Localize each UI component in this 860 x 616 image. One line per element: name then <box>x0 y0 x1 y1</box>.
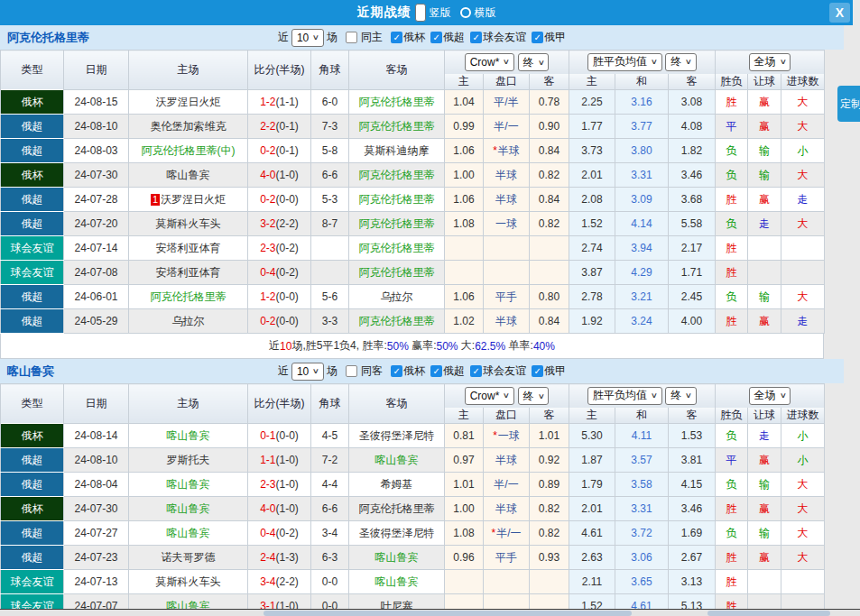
handicap-text: 平手 <box>495 290 517 303</box>
avg-home: 1.77 <box>569 115 615 139</box>
same-venue-checkbox[interactable] <box>346 365 357 377</box>
scrollbar-thumb[interactable] <box>707 611 830 616</box>
radio-label: 竖版 <box>430 5 451 21</box>
corner-score: 4-4 <box>311 473 349 497</box>
league-checkbox[interactable]: ✓ <box>470 365 482 377</box>
col-score: 比分(半场) <box>248 384 311 424</box>
handicap-text: 半/一 <box>494 120 518 133</box>
odds-state-select[interactable]: 终∨ <box>518 387 550 405</box>
layout-radio[interactable]: 横版 <box>460 5 496 21</box>
match-row: 球会友谊24-07-14安塔利亚体育2-3(0-2)阿克伦托格里蒂2.743.9… <box>1 236 825 261</box>
scope-select[interactable]: 全场∨ <box>749 53 791 71</box>
chevron-down-icon: ∨ <box>503 58 510 66</box>
col-result: 胜负 <box>716 408 748 424</box>
league-checkbox[interactable]: ✓ <box>391 32 402 43</box>
odds-away: 0.92 <box>530 448 569 473</box>
result-outcome: 负 <box>716 139 748 163</box>
away-team-name: 圣彼得堡泽尼特 <box>359 527 435 539</box>
home-team-name: 沃罗涅日火炬 <box>161 193 226 206</box>
avg-home: 3.73 <box>569 139 615 163</box>
avg-type-select[interactable]: 胜平负均值∨ <box>587 387 662 405</box>
odds-away <box>530 261 569 285</box>
avg-home: 5.30 <box>569 424 615 448</box>
league-checkbox[interactable]: ✓ <box>430 32 442 43</box>
result-outcome: 负 <box>716 285 748 309</box>
match-date: 24-08-03 <box>64 139 129 163</box>
avg-draw: 3.31 <box>615 163 669 188</box>
same-venue-checkbox[interactable] <box>346 32 357 43</box>
result-outcome: 负 <box>716 163 748 188</box>
layout-radio[interactable]: 竖版 <box>415 4 451 22</box>
horizontal-scrollbar[interactable] <box>0 609 860 616</box>
avg-home: 1.92 <box>569 309 615 334</box>
handicap-text: 平/半 <box>494 96 518 108</box>
scrollbar-thumb[interactable] <box>264 611 632 616</box>
col-corner: 角球 <box>311 384 349 424</box>
chevron-down-icon: ∨ <box>503 391 510 400</box>
close-button[interactable]: X <box>829 3 850 23</box>
away-team: 喀山鲁宾 <box>349 448 445 473</box>
away-team-name: 莫斯科迪纳摩 <box>365 144 430 157</box>
result-goals: 大 <box>781 473 825 497</box>
league-badge: 俄杯 <box>1 497 64 521</box>
avg-state-select[interactable]: 终∨ <box>665 53 697 71</box>
match-row: 俄超24-08-10奥伦堡加索维克2-2(0-1)7-3阿克伦托格里蒂0.99半… <box>1 115 825 139</box>
fulltime-score: 3-4 <box>260 575 275 588</box>
radio-icon <box>460 7 471 18</box>
result-goals: 大 <box>781 285 825 309</box>
halftime-score: (0-0) <box>276 193 299 206</box>
score-cell: 0-2(0-0) <box>248 309 311 334</box>
odds-away <box>530 236 569 261</box>
odds-home <box>445 570 484 594</box>
result-handicap: 赢 <box>748 309 781 334</box>
handicap-text: 半球 <box>495 502 517 515</box>
match-date: 24-07-13 <box>64 570 129 594</box>
col-avg-away: 客 <box>669 408 716 424</box>
handicap: 半球 <box>484 163 530 188</box>
league-checkbox[interactable]: ✓ <box>430 365 442 377</box>
scope-select[interactable]: 全场∨ <box>749 387 791 405</box>
corner-score: 7-2 <box>311 448 349 473</box>
layout-radio-group: 竖版横版 <box>415 4 496 22</box>
halftime-score: (1-0) <box>276 502 299 515</box>
col-goals-result: 进球数 <box>781 408 825 424</box>
league-badge: 俄杯 <box>1 163 64 188</box>
league-checkbox[interactable]: ✓ <box>470 32 482 43</box>
avg-draw: 3.80 <box>615 139 669 163</box>
league-checkbox[interactable]: ✓ <box>391 365 402 377</box>
chevron-down-icon: ∨ <box>312 33 319 41</box>
col-avg-home: 主 <box>569 74 615 90</box>
away-team-name: 阿克伦托格里蒂 <box>359 169 435 181</box>
match-count-select[interactable]: 10 ∨ <box>291 363 324 381</box>
handicap-text: 半球 <box>495 454 517 466</box>
customize-button[interactable]: 定制 <box>837 86 860 122</box>
odds-home: 1.06 <box>445 285 484 309</box>
handicap-text: 半/一 <box>494 478 518 491</box>
match-count-select[interactable]: 10 ∨ <box>291 29 324 47</box>
filter-controls: 近 10 ∨ 场 同客 ✓俄杯✓俄超✓球会友谊✓俄甲 <box>278 363 566 381</box>
col-score: 比分(半场) <box>248 51 311 90</box>
odds-away: 0.82 <box>530 212 569 236</box>
col-handicap-result: 让球 <box>748 74 781 90</box>
league-badge: 球会友谊 <box>1 570 64 594</box>
match-date: 24-07-08 <box>64 261 129 285</box>
bookmaker-select[interactable]: Crow*∨ <box>465 387 515 405</box>
handicap-text: 平手 <box>495 551 517 564</box>
avg-away: 4.00 <box>669 309 716 334</box>
bookmaker-select[interactable]: Crow*∨ <box>465 53 515 71</box>
result-outcome: 负 <box>716 473 748 497</box>
home-team-name: 喀山鲁宾 <box>167 169 210 181</box>
away-team-name: 阿克伦托格里蒂 <box>359 266 435 279</box>
avg-type-select[interactable]: 胜平负均值∨ <box>587 53 662 71</box>
handicap: *半球 <box>484 139 530 163</box>
avg-state-select[interactable]: 终∨ <box>665 387 697 405</box>
match-row: 俄超24-05-29乌拉尔0-2(0-0)3-3阿克伦托格里蒂1.02半球0.8… <box>1 309 825 334</box>
league-checkbox[interactable]: ✓ <box>532 32 543 43</box>
result-outcome: 胜 <box>716 188 748 212</box>
corner-score: 7-3 <box>311 115 349 139</box>
odds-state-select[interactable]: 终∨ <box>518 53 550 71</box>
league-checkbox[interactable]: ✓ <box>532 365 543 377</box>
result-outcome: 胜 <box>716 309 748 334</box>
result-handicap <box>748 570 781 594</box>
col-handicap: 盘口 <box>484 74 530 90</box>
